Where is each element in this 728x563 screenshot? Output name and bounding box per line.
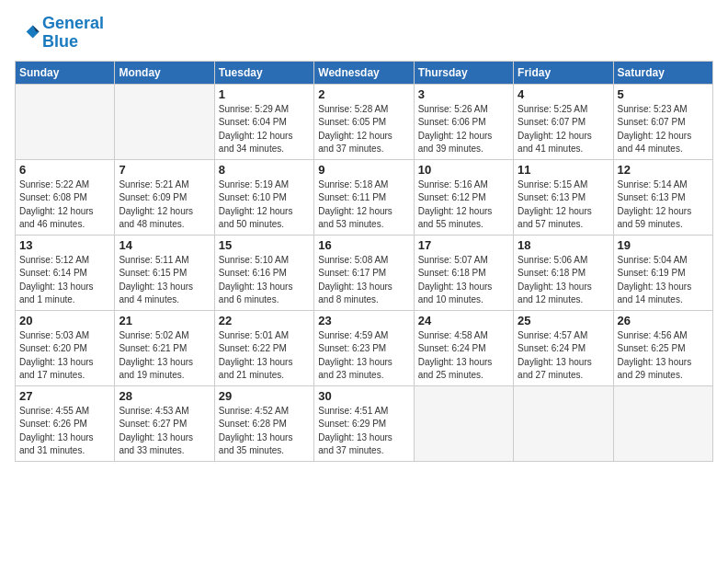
logo-icon: [15, 20, 40, 46]
day-number: 16: [318, 238, 409, 252]
day-number: 20: [19, 314, 110, 327]
day-info: Sunrise: 5:26 AM Sunset: 6:06 PM Dayligh…: [418, 103, 509, 156]
calendar-day-cell: 26Sunrise: 4:56 AM Sunset: 6:25 PM Dayli…: [613, 310, 712, 385]
day-number: 18: [518, 238, 609, 252]
calendar-day-cell: 30Sunrise: 4:51 AM Sunset: 6:29 PM Dayli…: [314, 385, 414, 461]
weekday-header-cell: Tuesday: [214, 61, 313, 84]
weekday-header-cell: Wednesday: [314, 61, 414, 84]
day-info: Sunrise: 5:10 AM Sunset: 6:16 PM Dayligh…: [219, 254, 310, 307]
calendar-day-cell: 19Sunrise: 5:04 AM Sunset: 6:19 PM Dayli…: [613, 235, 712, 310]
day-info: Sunrise: 5:25 AM Sunset: 6:07 PM Dayligh…: [518, 103, 609, 156]
calendar-day-cell: 7Sunrise: 5:21 AM Sunset: 6:09 PM Daylig…: [115, 159, 214, 235]
calendar-week-row: 20Sunrise: 5:03 AM Sunset: 6:20 PM Dayli…: [16, 310, 713, 385]
day-number: 2: [318, 87, 409, 101]
day-info: Sunrise: 5:19 AM Sunset: 6:10 PM Dayligh…: [219, 178, 310, 232]
calendar-day-cell: 9Sunrise: 5:18 AM Sunset: 6:11 PM Daylig…: [314, 159, 414, 235]
day-info: Sunrise: 5:03 AM Sunset: 6:20 PM Dayligh…: [19, 329, 110, 383]
calendar-day-cell: 5Sunrise: 5:23 AM Sunset: 6:07 PM Daylig…: [613, 84, 712, 159]
day-info: Sunrise: 5:22 AM Sunset: 6:08 PM Dayligh…: [19, 178, 110, 232]
day-number: 26: [618, 314, 709, 327]
day-number: 22: [219, 314, 310, 327]
day-number: 5: [618, 87, 709, 101]
day-number: 12: [618, 163, 709, 177]
day-info: Sunrise: 4:59 AM Sunset: 6:23 PM Dayligh…: [318, 329, 409, 383]
calendar-day-cell: 24Sunrise: 4:58 AM Sunset: 6:24 PM Dayli…: [414, 310, 513, 385]
calendar-day-cell: [613, 385, 712, 461]
day-info: Sunrise: 5:12 AM Sunset: 6:14 PM Dayligh…: [19, 254, 110, 307]
weekday-header-cell: Sunday: [16, 61, 115, 84]
day-info: Sunrise: 5:16 AM Sunset: 6:12 PM Dayligh…: [418, 178, 509, 232]
day-number: 23: [318, 314, 409, 327]
day-number: 19: [618, 238, 709, 252]
calendar-week-row: 13Sunrise: 5:12 AM Sunset: 6:14 PM Dayli…: [16, 235, 713, 310]
calendar-day-cell: 11Sunrise: 5:15 AM Sunset: 6:13 PM Dayli…: [514, 159, 613, 235]
day-info: Sunrise: 4:56 AM Sunset: 6:25 PM Dayligh…: [618, 329, 709, 383]
calendar-day-cell: 1Sunrise: 5:29 AM Sunset: 6:04 PM Daylig…: [214, 84, 313, 159]
day-number: 11: [518, 163, 609, 177]
calendar-day-cell: 23Sunrise: 4:59 AM Sunset: 6:23 PM Dayli…: [314, 310, 414, 385]
calendar-day-cell: 4Sunrise: 5:25 AM Sunset: 6:07 PM Daylig…: [514, 84, 613, 159]
day-info: Sunrise: 5:28 AM Sunset: 6:05 PM Dayligh…: [318, 103, 409, 156]
calendar-day-cell: 14Sunrise: 5:11 AM Sunset: 6:15 PM Dayli…: [115, 235, 214, 310]
day-number: 14: [119, 238, 210, 252]
calendar-day-cell: 29Sunrise: 4:52 AM Sunset: 6:28 PM Dayli…: [214, 385, 313, 461]
day-number: 8: [219, 163, 310, 177]
calendar-day-cell: 25Sunrise: 4:57 AM Sunset: 6:24 PM Dayli…: [514, 310, 613, 385]
calendar-day-cell: [514, 385, 613, 461]
day-info: Sunrise: 4:53 AM Sunset: 6:27 PM Dayligh…: [119, 405, 210, 458]
calendar-day-cell: 3Sunrise: 5:26 AM Sunset: 6:06 PM Daylig…: [414, 84, 513, 159]
calendar-day-cell: 6Sunrise: 5:22 AM Sunset: 6:08 PM Daylig…: [16, 159, 115, 235]
day-info: Sunrise: 5:15 AM Sunset: 6:13 PM Dayligh…: [518, 178, 609, 232]
calendar-week-row: 1Sunrise: 5:29 AM Sunset: 6:04 PM Daylig…: [16, 84, 713, 159]
day-info: Sunrise: 4:52 AM Sunset: 6:28 PM Dayligh…: [219, 405, 310, 458]
day-number: 29: [219, 389, 310, 403]
calendar-day-cell: 17Sunrise: 5:07 AM Sunset: 6:18 PM Dayli…: [414, 235, 513, 310]
day-info: Sunrise: 5:18 AM Sunset: 6:11 PM Dayligh…: [318, 178, 409, 232]
day-info: Sunrise: 4:55 AM Sunset: 6:26 PM Dayligh…: [19, 405, 110, 458]
day-info: Sunrise: 5:21 AM Sunset: 6:09 PM Dayligh…: [119, 178, 210, 232]
day-info: Sunrise: 5:07 AM Sunset: 6:18 PM Dayligh…: [418, 254, 509, 307]
calendar-body: 1Sunrise: 5:29 AM Sunset: 6:04 PM Daylig…: [16, 84, 713, 461]
day-number: 27: [19, 389, 110, 403]
day-info: Sunrise: 5:08 AM Sunset: 6:17 PM Dayligh…: [318, 254, 409, 307]
day-info: Sunrise: 4:51 AM Sunset: 6:29 PM Dayligh…: [318, 405, 409, 458]
day-info: Sunrise: 5:14 AM Sunset: 6:13 PM Dayligh…: [618, 178, 709, 232]
day-number: 7: [119, 163, 210, 177]
day-number: 1: [219, 87, 310, 101]
calendar-day-cell: 21Sunrise: 5:02 AM Sunset: 6:21 PM Dayli…: [115, 310, 214, 385]
day-number: 13: [19, 238, 110, 252]
weekday-header-row: SundayMondayTuesdayWednesdayThursdayFrid…: [16, 61, 713, 84]
day-info: Sunrise: 4:58 AM Sunset: 6:24 PM Dayligh…: [418, 329, 509, 383]
day-info: Sunrise: 5:11 AM Sunset: 6:15 PM Dayligh…: [119, 254, 210, 307]
day-info: Sunrise: 5:06 AM Sunset: 6:18 PM Dayligh…: [518, 254, 609, 307]
weekday-header-cell: Monday: [115, 61, 214, 84]
calendar-week-row: 6Sunrise: 5:22 AM Sunset: 6:08 PM Daylig…: [16, 159, 713, 235]
day-info: Sunrise: 4:57 AM Sunset: 6:24 PM Dayligh…: [518, 329, 609, 383]
day-number: 6: [19, 163, 110, 177]
calendar-day-cell: 22Sunrise: 5:01 AM Sunset: 6:22 PM Dayli…: [214, 310, 313, 385]
calendar-day-cell: 27Sunrise: 4:55 AM Sunset: 6:26 PM Dayli…: [16, 385, 115, 461]
weekday-header-cell: Thursday: [414, 61, 513, 84]
calendar-day-cell: [115, 84, 214, 159]
calendar-day-cell: 13Sunrise: 5:12 AM Sunset: 6:14 PM Dayli…: [16, 235, 115, 310]
day-info: Sunrise: 5:02 AM Sunset: 6:21 PM Dayligh…: [119, 329, 210, 383]
calendar-day-cell: 8Sunrise: 5:19 AM Sunset: 6:10 PM Daylig…: [214, 159, 313, 235]
logo-text: General Blue: [42, 15, 104, 52]
page: General Blue SundayMondayTuesdayWednesda…: [0, 0, 728, 563]
calendar-day-cell: [16, 84, 115, 159]
calendar-table: SundayMondayTuesdayWednesdayThursdayFrid…: [15, 61, 713, 462]
day-info: Sunrise: 5:04 AM Sunset: 6:19 PM Dayligh…: [618, 254, 709, 307]
day-number: 4: [518, 87, 609, 101]
day-number: 30: [318, 389, 409, 403]
weekday-header-cell: Saturday: [613, 61, 712, 84]
day-number: 17: [418, 238, 509, 252]
day-info: Sunrise: 5:29 AM Sunset: 6:04 PM Dayligh…: [219, 103, 310, 156]
calendar-day-cell: [414, 385, 513, 461]
calendar-day-cell: 2Sunrise: 5:28 AM Sunset: 6:05 PM Daylig…: [314, 84, 414, 159]
day-number: 3: [418, 87, 509, 101]
calendar-day-cell: 15Sunrise: 5:10 AM Sunset: 6:16 PM Dayli…: [214, 235, 313, 310]
day-number: 15: [219, 238, 310, 252]
day-info: Sunrise: 5:23 AM Sunset: 6:07 PM Dayligh…: [618, 103, 709, 156]
calendar-day-cell: 12Sunrise: 5:14 AM Sunset: 6:13 PM Dayli…: [613, 159, 712, 235]
weekday-header-cell: Friday: [514, 61, 613, 84]
